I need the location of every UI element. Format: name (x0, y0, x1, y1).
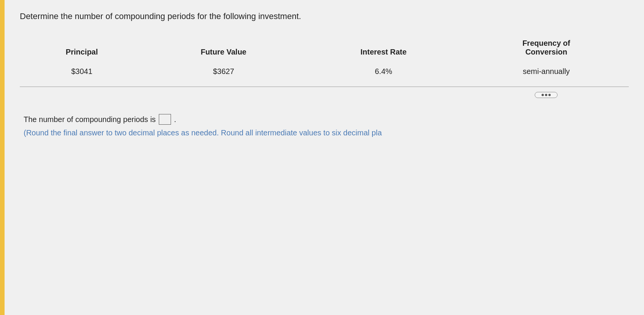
more-button[interactable] (535, 92, 558, 98)
col-header-frequency: Frequency of Conversion (464, 35, 629, 63)
more-btn-cell (464, 87, 629, 101)
answer-suffix: . (174, 115, 176, 124)
accent-bar (0, 0, 5, 315)
cell-frequency: semi-annually (464, 63, 629, 87)
answer-section: The number of compounding periods is . (… (20, 114, 629, 137)
answer-input-box[interactable] (159, 114, 171, 125)
col-header-interest-rate: Interest Rate (303, 35, 464, 63)
main-content: Determine the number of compounding peri… (5, 0, 644, 315)
data-table: Principal Future Value Interest Rate Fre… (20, 35, 629, 100)
cell-interest-rate: 6.4% (303, 63, 464, 87)
question-text: Determine the number of compounding peri… (20, 11, 629, 21)
answer-line: The number of compounding periods is . (24, 114, 625, 125)
table-section: Principal Future Value Interest Rate Fre… (20, 35, 629, 100)
col-header-future-value: Future Value (144, 35, 304, 63)
col-header-principal: Principal (20, 35, 144, 63)
table-row: $3041 $3627 6.4% semi-annually (20, 63, 629, 87)
cell-future-value: $3627 (144, 63, 304, 87)
answer-prefix: The number of compounding periods is (24, 115, 156, 124)
hint-line: (Round the final answer to two decimal p… (24, 129, 625, 137)
cell-principal: $3041 (20, 63, 144, 87)
divider-left (20, 87, 464, 101)
